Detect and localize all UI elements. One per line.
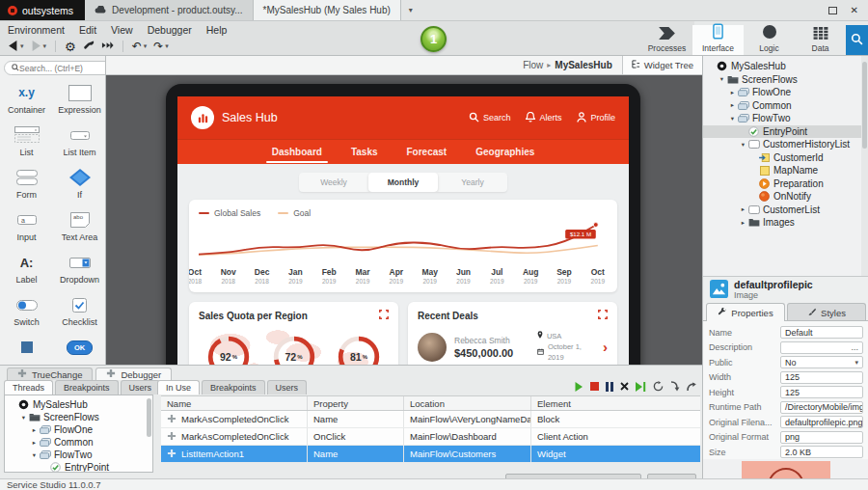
- property-value-field[interactable]: 125: [780, 371, 863, 384]
- sales-chart-widget[interactable]: Global SalesGoal $12.1 M Oct2018Nov2018D…: [189, 200, 617, 292]
- tree-item-mysaleshub[interactable]: MySalesHub: [703, 60, 868, 73]
- property-value-field[interactable]: ...: [780, 341, 863, 354]
- toolbox-item-expression[interactable]: Expression: [53, 77, 106, 120]
- dropdown-caret-icon[interactable]: ▾: [165, 41, 169, 52]
- menu-item-debugger[interactable]: Debugger: [148, 24, 192, 36]
- tree-item-flowtwo[interactable]: ▾FlowTwo: [703, 112, 868, 125]
- deal-list-item[interactable]: Rebecca Smith $450,000.00 USA October 1,…: [418, 331, 608, 363]
- column-header-element[interactable]: Element: [531, 396, 700, 410]
- app-tab-tasks[interactable]: Tasks: [349, 142, 380, 162]
- maximize-button[interactable]: [828, 7, 837, 14]
- expand-icon[interactable]: [598, 310, 608, 321]
- environment-doc-tab[interactable]: Development - product.outsy...: [85, 0, 253, 20]
- property-value-field[interactable]: 2.0 KB: [780, 446, 863, 458]
- tree-expander-icon[interactable]: ▸: [739, 205, 747, 213]
- outsystems-brand-tab[interactable]: outsystems: [0, 0, 85, 20]
- terminate-button[interactable]: [620, 382, 629, 393]
- toggle-weekly[interactable]: Weekly: [299, 173, 368, 192]
- dropdown-caret-icon[interactable]: ▾: [20, 41, 24, 52]
- threads-scrollbar[interactable]: [147, 398, 151, 437]
- tree-item-common[interactable]: ▸Common: [703, 99, 868, 113]
- forward-button[interactable]: ▾: [31, 41, 47, 53]
- app-action-profile[interactable]: Profile: [577, 112, 615, 124]
- tab-in-use[interactable]: In Use: [157, 380, 200, 395]
- toolbox-item-text-area[interactable]: aboText Area: [53, 204, 106, 247]
- step-out-button[interactable]: [687, 381, 696, 394]
- column-header-name[interactable]: Name: [161, 396, 308, 410]
- settings-button[interactable]: ⚙: [65, 41, 76, 53]
- tree-expander-icon[interactable]: ▸: [728, 89, 737, 96]
- column-header-location[interactable]: Location: [404, 396, 531, 410]
- close-button[interactable]: ✕: [851, 6, 858, 15]
- toolbox-item-container[interactable]: x.yContainer: [0, 77, 53, 120]
- usage-row[interactable]: MarkAsCompletedOnClickNameMainFlow\AVery…: [161, 411, 700, 428]
- mode-tab-interface[interactable]: Interface: [692, 25, 744, 55]
- step-over-button[interactable]: [636, 382, 646, 394]
- tree-item-entrypoint[interactable]: EntryPoint: [703, 125, 868, 139]
- menu-item-view[interactable]: View: [111, 24, 133, 36]
- property-value-field[interactable]: /DirectoryMobile/img/Dire...: [780, 401, 863, 414]
- property-value-field[interactable]: defaultprofilepic.png: [780, 416, 863, 428]
- toolbox-item-checklist[interactable]: Checklist: [53, 289, 106, 332]
- app-tab-geographies[interactable]: Geographies: [474, 142, 536, 162]
- tree-item-customerid[interactable]: CustomerId: [703, 151, 868, 165]
- toolbox-item-input[interactable]: aInput: [0, 204, 53, 247]
- property-value-field[interactable]: No▾: [780, 356, 863, 368]
- tree-expander-icon[interactable]: ▾: [30, 451, 39, 459]
- breadcrumb[interactable]: Flow ▸ MySalesHub: [523, 60, 622, 70]
- mode-tab-processes[interactable]: Processes: [641, 25, 692, 55]
- tree-expander-icon[interactable]: ▾: [739, 141, 747, 149]
- tree-item-onnotify[interactable]: OnNotify: [703, 190, 868, 204]
- tree-expander-icon[interactable]: ▸: [30, 439, 39, 447]
- toolbox-item-label[interactable]: A:Label: [0, 247, 53, 289]
- mode-tab-logic[interactable]: Logic: [744, 25, 795, 55]
- tree-item-entrypoint[interactable]: EntryPoint: [5, 461, 152, 473]
- tab-styles[interactable]: Styles: [787, 303, 866, 321]
- property-value-field[interactable]: png: [780, 431, 863, 444]
- toolbox-item-dropdown[interactable]: Dropdown: [53, 247, 106, 289]
- tree-item-common[interactable]: ▸Common: [5, 436, 152, 449]
- dropdown-caret-icon[interactable]: ▾: [144, 41, 148, 52]
- toolbox-item-list-item[interactable]: List Item: [53, 120, 106, 162]
- app-header-widget[interactable]: Sales Hub SearchAlertsProfile: [177, 96, 629, 139]
- toolbox-item-form[interactable]: Form: [0, 162, 53, 204]
- menu-item-help[interactable]: Help: [206, 24, 228, 36]
- pause-button[interactable]: [606, 382, 613, 394]
- design-canvas[interactable]: Sales Hub SearchAlertsProfile DashboardT…: [106, 75, 702, 365]
- mode-tab-data[interactable]: Data: [795, 25, 846, 55]
- refresh-button[interactable]: [653, 381, 664, 394]
- tree-scrollbar[interactable]: [861, 56, 868, 276]
- redo-button[interactable]: ↷▾: [153, 41, 169, 52]
- property-value-field[interactable]: Default: [780, 326, 863, 339]
- global-search-button[interactable]: [846, 25, 868, 55]
- dropdown-caret-icon[interactable]: ▾: [854, 359, 858, 367]
- toolbox-item-list[interactable]: List: [0, 120, 53, 162]
- tab-properties[interactable]: Properties: [706, 303, 785, 321]
- tree-item-preparation[interactable]: Preparation: [703, 177, 868, 191]
- tab-breakpoints[interactable]: Breakpoints: [55, 380, 119, 395]
- tree-expander-icon[interactable]: ▾: [19, 414, 28, 422]
- toggle-monthly[interactable]: Monthly: [368, 173, 438, 192]
- property-value-field[interactable]: 125: [780, 386, 863, 398]
- continue-button[interactable]: [574, 382, 583, 394]
- dropdown-caret-icon[interactable]: ▾: [43, 41, 47, 52]
- usage-row[interactable]: MarkAsCompletedOnClickOnClickMainFlow\Da…: [161, 428, 700, 446]
- tree-item-customerhistorylist[interactable]: ▾CustomerHistoryList: [703, 138, 868, 151]
- wrench-button[interactable]: [83, 40, 95, 53]
- usage-row[interactable]: ListItemAction1NameMainFlow\CustomersWid…: [161, 446, 700, 463]
- menu-item-environment[interactable]: Environment: [8, 24, 65, 36]
- stop-button[interactable]: [590, 382, 599, 393]
- menu-item-edit[interactable]: Edit: [79, 24, 96, 36]
- tree-item-images[interactable]: ▸Images: [703, 216, 868, 230]
- tree-item-screenflows[interactable]: ▾ScreenFlows: [703, 73, 868, 87]
- tab-breakpoints[interactable]: Breakpoints: [202, 380, 265, 395]
- module-doc-tab[interactable]: *MySalesHub (My Sales Hub): [254, 0, 401, 20]
- tree-item-customerlist[interactable]: ▸CustomerList: [703, 204, 868, 217]
- tree-expander-icon[interactable]: ▾: [728, 115, 737, 122]
- tab-list-caret-icon[interactable]: ▾: [401, 0, 420, 20]
- tree-item-screenflows[interactable]: ▾ScreenFlows: [5, 411, 152, 423]
- tab-users[interactable]: Users: [121, 380, 161, 395]
- toolbox-item-partial[interactable]: [0, 332, 53, 365]
- tree-expander-icon[interactable]: ▸: [30, 426, 39, 434]
- app-tab-dashboard[interactable]: Dashboard: [270, 142, 324, 162]
